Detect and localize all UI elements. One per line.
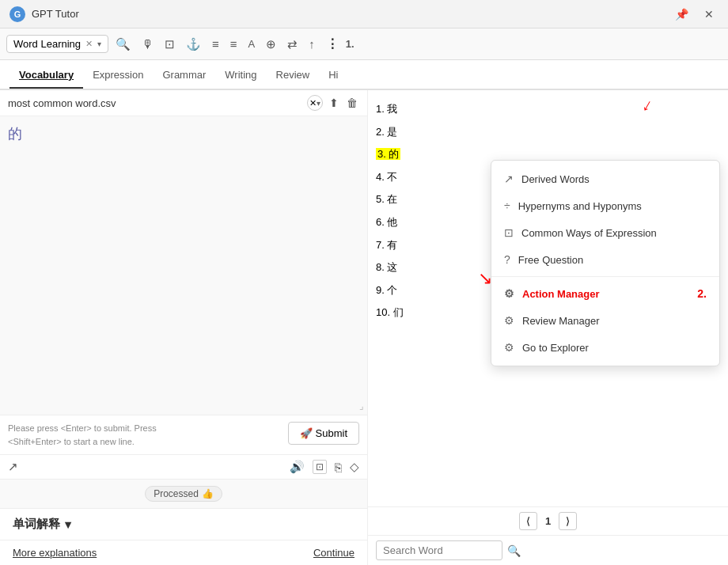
file-bar: most common word.csv ✕ ▾ ⬆ 🗑 xyxy=(0,90,367,116)
box-icon[interactable]: ⊡ xyxy=(313,460,327,474)
review-manager-label: Review Manager xyxy=(522,315,600,327)
processed-bar: Processed 👍 xyxy=(0,479,367,508)
go-to-explorer-icon: ⚙ xyxy=(504,341,514,354)
search-icon[interactable]: 🔍 xyxy=(507,544,521,557)
diamond-icon[interactable]: ◇ xyxy=(350,460,359,474)
word-explanation: 单词解释 ▾ xyxy=(0,508,367,540)
next-page-button[interactable]: ⟩ xyxy=(559,512,577,530)
filename-label: most common word.csv xyxy=(8,97,302,109)
dropdown-divider xyxy=(491,276,719,277)
search-input[interactable] xyxy=(376,540,502,560)
pin-button[interactable]: 📌 xyxy=(670,6,693,22)
close-button[interactable]: ✕ xyxy=(700,6,719,22)
dropdown-menu: ↗ Derived Words ÷ Hypernyms and Hyponyms… xyxy=(491,160,720,366)
list-item: 1. 我 xyxy=(376,98,720,121)
common-ways-icon: ⊡ xyxy=(504,226,514,239)
tab-review[interactable]: Review xyxy=(267,63,320,89)
titlebar-actions: 📌 ✕ xyxy=(670,6,719,22)
translate-button[interactable]: A xyxy=(245,36,260,52)
more-button[interactable]: ⋮ xyxy=(322,34,343,54)
toolbar: Word Learning ✕ ▾ 🔍 🎙 ⊡ ⚓ ≡ ≡ A ⊕ ⇄ ↑ ⋮ … xyxy=(0,28,728,60)
review-manager-icon: ⚙ xyxy=(504,314,514,327)
common-ways-label: Common Ways of Expression xyxy=(521,227,657,239)
derived-words-icon: ↗ xyxy=(504,173,514,185)
submit-button[interactable]: 🚀 Submit xyxy=(288,422,359,445)
dropdown-review-manager[interactable]: ⚙ Review Manager xyxy=(491,307,719,334)
hypernyms-icon: ÷ xyxy=(504,199,510,212)
dropdown-go-to-explorer[interactable]: ⚙ Go to Explorer xyxy=(491,334,719,361)
file-x-button[interactable]: ✕ ▾ xyxy=(307,95,323,111)
dropdown-free-question[interactable]: ? Free Question xyxy=(491,246,719,273)
continue-link[interactable]: Continue xyxy=(313,547,355,559)
search-toolbar-button[interactable]: 🔍 xyxy=(112,35,135,54)
word-display: 的 xyxy=(8,124,359,143)
app-title: GPT Tutor xyxy=(32,8,79,20)
badge-chevron-icon[interactable]: ▾ xyxy=(97,40,101,48)
explanation-chevron: ▾ xyxy=(65,518,71,532)
up-button[interactable]: ↑ xyxy=(305,35,319,53)
item-num-1: 1. 我 xyxy=(376,103,397,115)
processed-badge: Processed 👍 xyxy=(145,486,222,502)
processed-thumb: 👍 xyxy=(202,488,214,499)
processed-label: Processed xyxy=(154,488,199,499)
word-learning-badge[interactable]: Word Learning ✕ ▾ xyxy=(6,35,108,53)
action-manager-num: 2. xyxy=(697,287,707,300)
badge-x-icon[interactable]: ✕ xyxy=(85,39,93,49)
resize-handle[interactable]: ⌟ xyxy=(359,400,364,411)
item-num-6: 6. 他 xyxy=(376,216,397,228)
text-area-container: 的 ⌟ xyxy=(0,116,367,415)
dropdown-derived-words[interactable]: ↗ Derived Words xyxy=(491,165,719,192)
go-to-explorer-label: Go to Explorer xyxy=(522,342,589,354)
more-explanations-link[interactable]: More explanations xyxy=(13,547,97,559)
num1-label: 1. xyxy=(346,38,355,50)
mic-button[interactable]: 🎙 xyxy=(138,35,157,53)
tab-vocabulary[interactable]: Vocabulary xyxy=(9,63,83,89)
word-learning-label: Word Learning xyxy=(13,38,81,50)
free-question-icon: ? xyxy=(504,253,510,266)
anchor-button[interactable]: ⚓ xyxy=(182,35,205,54)
left-panel: most common word.csv ✕ ▾ ⬆ 🗑 的 ⌟ Please … xyxy=(0,90,368,565)
swap-button[interactable]: ⇄ xyxy=(283,35,301,54)
app-logo: G xyxy=(9,6,25,22)
action-manager-label: Action Manager xyxy=(522,288,600,300)
item-num-9: 9. 个 xyxy=(376,284,397,296)
item-num-3: 3. 的 xyxy=(376,148,400,160)
file-upload-button[interactable]: ⬆ xyxy=(328,95,340,111)
speaker-icon[interactable]: 🔊 xyxy=(290,460,305,474)
search-bar: 🔍 xyxy=(368,535,728,565)
submit-hint: Please press <Enter> to submit. Press<Sh… xyxy=(8,422,157,448)
item-num-10: 10. 们 xyxy=(376,306,404,318)
hypernyms-label: Hypernyms and Hyponyms xyxy=(518,200,642,212)
menu1-button[interactable]: ≡ xyxy=(208,35,223,53)
submit-area: Please press <Enter> to submit. Press<Sh… xyxy=(0,415,367,454)
tab-expression[interactable]: Expression xyxy=(83,63,153,89)
prev-page-button[interactable]: ⟨ xyxy=(519,512,537,530)
current-page: 1 xyxy=(545,515,551,527)
item-num-4: 4. 不 xyxy=(376,171,397,183)
titlebar: G GPT Tutor 📌 ✕ xyxy=(0,0,728,28)
titlebar-left: G GPT Tutor xyxy=(9,6,79,22)
dropdown-action-manager[interactable]: ⚙ Action Manager 2. xyxy=(491,280,719,307)
list-item: 2. 是 xyxy=(376,121,720,144)
left-bottom-toolbar: ↗ 🔊 ⊡ ⎘ ◇ xyxy=(0,454,367,479)
item-num-7: 7. 有 xyxy=(376,239,397,251)
action-manager-icon: ⚙ xyxy=(504,287,514,300)
tab-hi[interactable]: Hi xyxy=(319,63,347,89)
nav-tabs: Vocabulary Expression Grammar Writing Re… xyxy=(0,60,728,90)
explanation-title: 单词解释 xyxy=(13,517,60,532)
bottom-links: More explanations Continue xyxy=(0,540,367,565)
panel-button[interactable]: ⊡ xyxy=(161,35,179,54)
item-num-2: 2. 是 xyxy=(376,126,397,138)
explanation-header[interactable]: 单词解释 ▾ xyxy=(13,517,355,532)
tab-grammar[interactable]: Grammar xyxy=(153,63,215,89)
dropdown-hypernyms[interactable]: ÷ Hypernyms and Hyponyms xyxy=(491,192,719,219)
menu2-button[interactable]: ≡ xyxy=(226,35,241,53)
globe-button[interactable]: ⊕ xyxy=(262,35,280,54)
item-num-5: 5. 在 xyxy=(376,193,397,205)
free-question-label: Free Question xyxy=(518,254,583,266)
dropdown-common-ways[interactable]: ⊡ Common Ways of Expression xyxy=(491,219,719,246)
file-delete-button[interactable]: 🗑 xyxy=(345,95,359,111)
export-left-icon[interactable]: ↗ xyxy=(8,460,18,474)
tab-writing[interactable]: Writing xyxy=(215,63,266,89)
copy-icon[interactable]: ⎘ xyxy=(335,461,342,474)
